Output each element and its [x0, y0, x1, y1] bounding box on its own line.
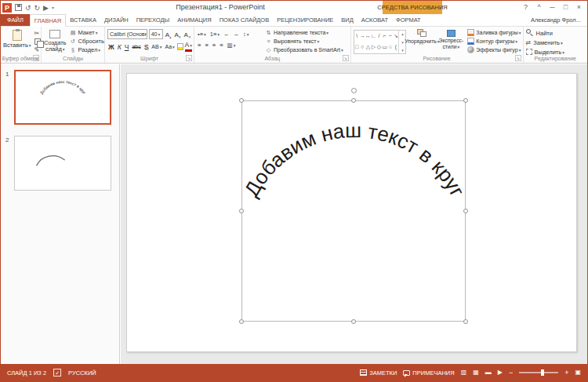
- minimize-button[interactable]: ─: [546, 1, 559, 14]
- quick-styles-button[interactable]: Экспресс-стили: [437, 28, 464, 54]
- grow-font-button[interactable]: А▴: [165, 30, 172, 39]
- comments-toggle[interactable]: ПРИМЕЧАНИЯ: [403, 369, 454, 377]
- handle-top-middle[interactable]: [351, 98, 356, 103]
- tab-format[interactable]: ФОРМАТ: [392, 14, 425, 26]
- redo-icon[interactable]: ↻: [34, 3, 41, 13]
- line-spacing-button[interactable]: ↕: [242, 31, 250, 38]
- slide-editing-surface[interactable]: Добавим наш текст в круг: [126, 73, 577, 352]
- tab-file[interactable]: ФАЙЛ: [1, 14, 30, 26]
- italic-button[interactable]: К: [117, 42, 122, 52]
- notes-toggle[interactable]: ЗАМЕТКИ: [360, 369, 397, 377]
- cut-icon[interactable]: ✂: [34, 30, 41, 37]
- slide-2-thumbnail[interactable]: [14, 136, 111, 191]
- tab-slideshow[interactable]: ПОКАЗ СЛАЙДОВ: [216, 14, 274, 26]
- shape-outline-button[interactable]: Контур фигуры: [467, 37, 521, 45]
- replace-button[interactable]: ⇄ Заменить: [526, 38, 586, 47]
- layout-button[interactable]: ▤ Макет: [70, 28, 104, 37]
- underline-button[interactable]: Ч: [124, 42, 130, 52]
- font-size-combo[interactable]: 40: [149, 29, 163, 39]
- qat-customize-icon[interactable]: ▾: [52, 5, 54, 10]
- help-button[interactable]: ?: [519, 1, 532, 14]
- font-dialog-launcher[interactable]: ↘: [186, 55, 192, 61]
- slide-1-thumbnail[interactable]: Добавим наш текст в круг: [14, 70, 111, 125]
- find-button[interactable]: Найти: [526, 28, 586, 38]
- increase-indent-button[interactable]: →: [233, 31, 241, 38]
- copy-icon[interactable]: [34, 38, 41, 45]
- curved-textbox[interactable]: Добавим наш текст в круг: [241, 100, 466, 322]
- handle-top-right[interactable]: [463, 98, 468, 103]
- shape-effects-button[interactable]: Эффекты фигур: [467, 45, 521, 54]
- shape-triangle-right[interactable]: ▷: [372, 44, 376, 50]
- shape-arrow[interactable]: →: [360, 33, 365, 39]
- shape-fill-button[interactable]: Заливка фигуры: [467, 28, 521, 37]
- shape-connector[interactable]: ⌐: [383, 33, 387, 39]
- shape-ellipse[interactable]: ○: [361, 44, 364, 50]
- align-right-button[interactable]: ≡: [212, 42, 216, 49]
- shrink-font-button[interactable]: А▾: [174, 30, 182, 39]
- handle-bottom-right[interactable]: [463, 319, 468, 324]
- text-direction-button[interactable]: ⇅ Направление текста: [265, 28, 343, 37]
- shape-line-2[interactable]: /: [379, 33, 380, 39]
- paragraph-dialog-launcher[interactable]: ↘: [343, 55, 349, 61]
- shape-diamond[interactable]: ◇: [377, 44, 381, 50]
- start-slideshow-icon[interactable]: ▶: [43, 3, 49, 13]
- strikethrough-button[interactable]: abc: [131, 42, 141, 52]
- tab-design[interactable]: ДИЗАЙН: [100, 14, 132, 26]
- curved-text[interactable]: Добавим наш текст в круг: [242, 118, 465, 201]
- shape-rectangle[interactable]: □: [355, 44, 358, 50]
- clipboard-dialog-launcher[interactable]: ↘: [33, 55, 39, 61]
- gallery-more-icon[interactable]: ▾: [401, 48, 404, 53]
- character-spacing-button[interactable]: АВ: [151, 42, 162, 52]
- align-text-button[interactable]: ≡ Выровнять текст: [265, 37, 343, 45]
- convert-smartart-button[interactable]: ◇ Преобразовать в SmartArt: [265, 45, 343, 54]
- zoom-slider-thumb[interactable]: [541, 369, 544, 376]
- normal-view-button[interactable]: ▥: [461, 369, 467, 377]
- decrease-indent-button[interactable]: ←: [223, 31, 230, 38]
- tab-view[interactable]: ВИД: [337, 14, 357, 26]
- tab-addin[interactable]: АСКОВАТ: [358, 14, 392, 26]
- slide-sorter-view-button[interactable]: ▦: [473, 369, 479, 377]
- font-color-button[interactable]: А: [185, 42, 192, 52]
- columns-button[interactable]: ▥: [227, 42, 237, 49]
- reading-view-button[interactable]: ▬: [485, 369, 492, 377]
- language-indicator[interactable]: РУССКИЙ: [68, 369, 96, 377]
- tab-home[interactable]: ГЛАВНАЯ: [30, 14, 66, 27]
- tab-transitions[interactable]: ПЕРЕХОДЫ: [132, 14, 174, 26]
- rotate-handle[interactable]: [351, 88, 357, 93]
- zoom-slider[interactable]: [519, 372, 558, 373]
- justify-button[interactable]: ≡: [219, 42, 223, 49]
- ribbon-options-button[interactable]: ^: [532, 1, 546, 14]
- shape-arrow-diag[interactable]: ↘: [394, 33, 398, 39]
- change-case-button[interactable]: Аа: [164, 42, 175, 52]
- handle-middle-right[interactable]: [463, 209, 468, 213]
- powerpoint-app-icon[interactable]: P: [2, 3, 12, 13]
- signed-in-user[interactable]: Александр Фрол...: [531, 14, 587, 26]
- numbering-button[interactable]: 1≡: [209, 31, 220, 38]
- tab-animations[interactable]: АНИМАЦИЯ: [173, 14, 215, 26]
- gallery-scroll-down-icon[interactable]: ▾: [401, 40, 404, 45]
- section-button[interactable]: § Раздел: [70, 45, 104, 54]
- handle-top-left[interactable]: [239, 98, 244, 103]
- undo-icon[interactable]: ↺: [25, 3, 31, 13]
- tab-review[interactable]: РЕЦЕНЗИРОВАНИЕ: [273, 14, 337, 26]
- shape-elbow[interactable]: ∟: [371, 33, 376, 39]
- shape-line[interactable]: \: [356, 33, 358, 39]
- highlight-color-icon[interactable]: [177, 43, 183, 50]
- text-shadow-button[interactable]: S: [143, 42, 150, 52]
- shape-triangle[interactable]: △: [366, 44, 370, 50]
- shape-rounded-rect[interactable]: ▭: [382, 44, 387, 50]
- paste-button[interactable]: Вставить: [3, 28, 31, 53]
- bold-button[interactable]: Ж: [107, 42, 115, 52]
- handle-middle-left[interactable]: [239, 209, 244, 213]
- handle-bottom-left[interactable]: [239, 319, 244, 324]
- shape-double-arrow[interactable]: ↔: [365, 33, 371, 39]
- shape-star[interactable]: ☆: [388, 44, 393, 50]
- maximize-button[interactable]: □: [559, 1, 572, 14]
- spellcheck-icon[interactable]: ✓: [53, 369, 61, 377]
- shape-bracket[interactable]: (: [395, 44, 397, 50]
- reset-button[interactable]: ↺ Сбросить: [70, 37, 104, 45]
- bullets-button[interactable]: •≡: [197, 31, 207, 38]
- zoom-out-button[interactable]: −: [509, 369, 513, 377]
- drawing-dialog-launcher[interactable]: ↘: [515, 55, 521, 61]
- clear-formatting-button[interactable]: А✕: [183, 30, 192, 39]
